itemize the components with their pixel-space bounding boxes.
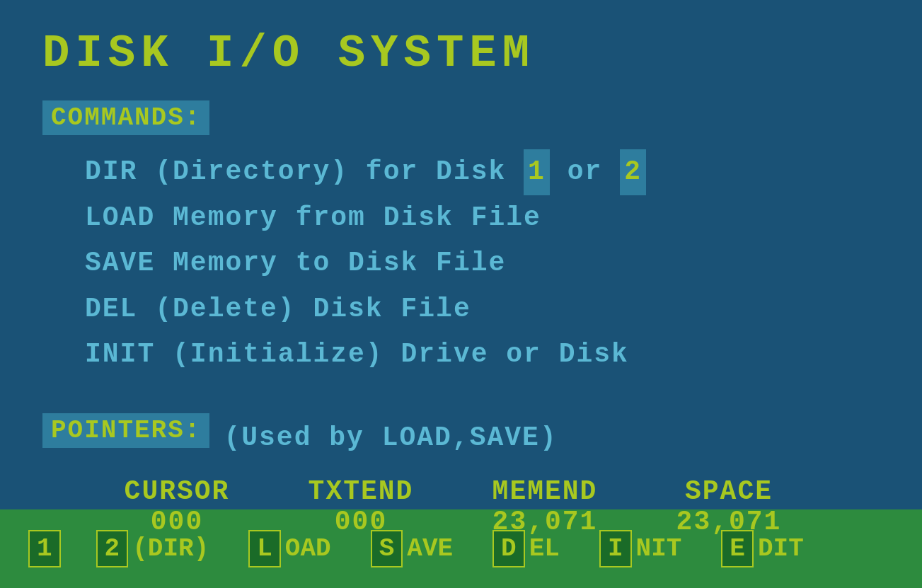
dir-command: DIR (Directory) for Disk 1 or 2 [85,149,880,195]
pointers-headers: CURSOR TXTEND MEMEND SPACE [85,476,880,507]
pointers-header-row: POINTERS: (Used by LOAD,SAVE) [42,413,880,462]
pointers-header: POINTERS: [42,413,209,448]
pointers-used: (Used by LOAD,SAVE) [224,422,557,453]
btn-edit-key[interactable]: E [721,530,754,567]
btn-del-key[interactable]: D [492,530,525,567]
page-title: DISK I/O SYSTEM [42,28,880,79]
main-area: DISK I/O SYSTEM COMMANDS: DIR (Directory… [0,0,922,509]
btn-load-label: OAD [281,531,335,566]
commands-list: DIR (Directory) for Disk 1 or 2 LOAD Mem… [85,149,880,378]
btn-2dir-key[interactable]: 2 [96,530,129,567]
disk1-highlight: 1 [524,149,550,195]
btn-save-key[interactable]: S [371,530,403,567]
btn-init-key[interactable]: I [599,530,632,567]
btn-2dir-label: (DIR) [128,531,213,566]
btn-2dir-wrapper[interactable]: 2 (DIR) [96,530,214,567]
btn-init-label: NIT [632,531,686,566]
btn-del-wrapper[interactable]: D EL [492,530,564,567]
btn-load-key[interactable]: L [248,530,281,567]
btn-load-wrapper[interactable]: L OAD [248,530,335,567]
cursor-header: CURSOR [85,476,269,507]
disk2-highlight: 2 [620,149,646,195]
memend-header: MEMEND [453,476,637,507]
init-command: INIT (Initialize) Drive or Disk [85,332,880,378]
dir-text: (Directory) for Disk [155,156,524,187]
btn-edit-label: DIT [754,531,808,566]
btn-1-wrapper[interactable]: 1 [28,530,61,567]
btn-save-wrapper[interactable]: S AVE [371,530,457,567]
btn-edit-wrapper[interactable]: E DIT [721,530,807,567]
save-key: SAVE Memory to Disk File [85,248,506,278]
btn-init-wrapper[interactable]: I NIT [599,530,686,567]
del-command: DEL (Delete) Disk File [85,287,880,333]
dir-key: DIR [85,156,155,187]
btn-del-label: EL [525,531,564,566]
load-key: LOAD Memory from Disk File [85,202,541,233]
dir-or: or [567,156,620,187]
init-key: INIT (Initialize) Drive or Disk [85,339,629,369]
commands-header: COMMANDS: [42,100,209,135]
pointers-table: CURSOR TXTEND MEMEND SPACE 000 000 23,07… [85,476,880,537]
commands-section: COMMANDS: DIR (Directory) for Disk 1 or … [42,100,880,406]
space-header: SPACE [637,476,821,507]
del-key: DEL (Delete) Disk File [85,294,471,324]
btn-save-label: AVE [403,531,457,566]
pointers-section: POINTERS: (Used by LOAD,SAVE) CURSOR TXT… [42,413,880,537]
load-command: LOAD Memory from Disk File [85,195,880,241]
btn-1-key[interactable]: 1 [28,530,61,567]
txtend-header: TXTEND [269,476,453,507]
save-command: SAVE Memory to Disk File [85,241,880,287]
